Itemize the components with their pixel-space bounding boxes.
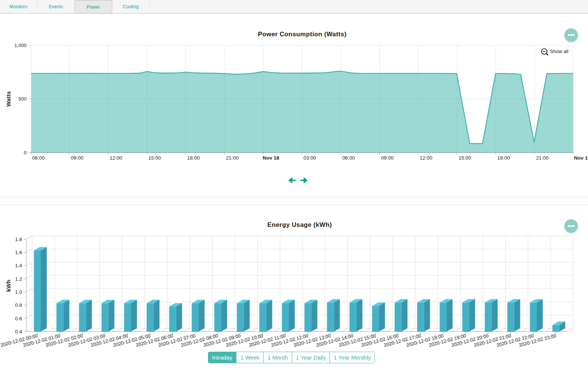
svg-text:15:00: 15:00 (148, 155, 161, 161)
svg-text:500: 500 (18, 96, 27, 102)
svg-text:21:00: 21:00 (226, 155, 239, 161)
svg-text:06:00: 06:00 (342, 155, 355, 161)
svg-text:18:00: 18:00 (497, 155, 510, 161)
svg-text:15:00: 15:00 (459, 155, 471, 161)
svg-text:12:00: 12:00 (420, 155, 432, 161)
svg-text:Energy Usage (kWh): Energy Usage (kWh) (267, 221, 332, 228)
svg-text:12:00: 12:00 (110, 155, 122, 161)
svg-text:1.4: 1.4 (15, 263, 22, 268)
svg-text:1.2: 1.2 (15, 276, 22, 282)
svg-text:0.4: 0.4 (15, 329, 22, 334)
svg-text:21:00: 21:00 (536, 155, 549, 161)
svg-text:1.0: 1.0 (15, 289, 22, 295)
svg-text:0.8: 0.8 (15, 302, 22, 308)
svg-text:18:00: 18:00 (187, 155, 200, 161)
svg-text:Nov 19: Nov 19 (574, 155, 588, 161)
svg-text:1.8: 1.8 (15, 237, 22, 242)
svg-text:0.6: 0.6 (15, 316, 22, 321)
svg-text:Watts: Watts (5, 91, 12, 107)
svg-text:Show all: Show all (550, 49, 569, 54)
svg-text:Power Consumption (Watts): Power Consumption (Watts) (258, 31, 347, 38)
svg-text:09:00: 09:00 (381, 155, 394, 161)
svg-text:Nov 18: Nov 18 (263, 155, 279, 161)
svg-text:03:00: 03:00 (303, 155, 316, 161)
svg-text:1,000: 1,000 (14, 43, 27, 48)
svg-text:0: 0 (24, 150, 27, 155)
svg-text:06:00: 06:00 (32, 155, 45, 161)
svg-text:1.6: 1.6 (15, 250, 22, 255)
svg-text:kWh: kWh (5, 280, 12, 292)
svg-text:09:00: 09:00 (71, 155, 83, 161)
